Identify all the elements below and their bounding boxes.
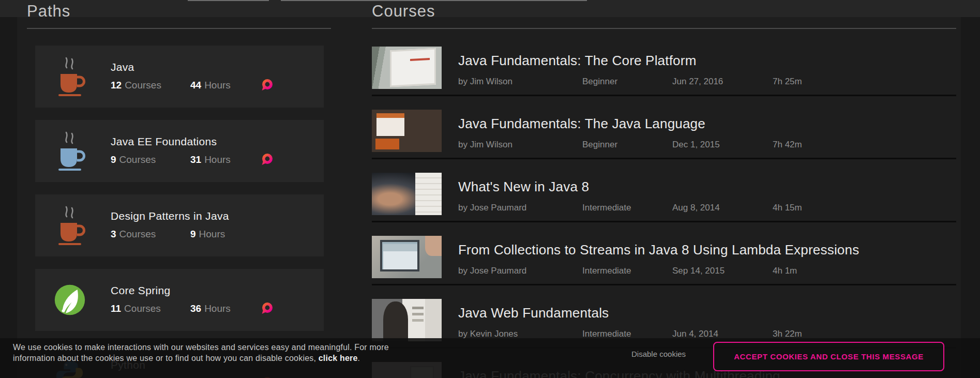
course-title[interactable]: What's New in Java 8	[458, 179, 589, 195]
course-duration: 7h 42m	[773, 140, 802, 150]
coffee-cup-icon	[54, 204, 86, 247]
path-title: Java EE Foundations	[111, 135, 324, 148]
courses-section-title: Courses	[372, 2, 435, 21]
cookie-banner: We use cookies to make interactions with…	[0, 338, 980, 378]
path-courses-label: Courses	[119, 154, 156, 165]
right-gutter	[961, 17, 980, 378]
path-courses-label: Courses	[124, 303, 161, 314]
course-date: Aug 8, 2014	[672, 203, 720, 213]
course-author: by Kevin Jones	[458, 329, 518, 339]
course-thumbnail[interactable]	[372, 47, 442, 89]
path-hours-count: 36	[190, 303, 201, 314]
path-hours-label: Hours	[204, 154, 231, 165]
paths-list: Java 12Courses 44Hours	[35, 46, 324, 378]
course-duration: 4h 15m	[773, 203, 802, 213]
course-date: Dec 1, 2015	[672, 140, 720, 150]
course-title[interactable]: Java Fundamentals: The Java Language	[458, 116, 705, 132]
path-card-java-ee[interactable]: Java EE Foundations 9Courses 31Hours	[35, 120, 324, 182]
path-title: Core Spring	[111, 284, 324, 297]
path-course-count: 3	[111, 229, 116, 239]
cropped-input-border	[188, 0, 269, 1]
course-level: Intermediate	[582, 329, 631, 339]
path-course-count: 9	[111, 154, 116, 165]
path-badge-icon	[261, 79, 273, 92]
path-hours-label: Hours	[204, 80, 231, 90]
course-row[interactable]: What's New in Java 8 by Jose Paumard Int…	[372, 159, 956, 222]
path-badge-icon	[261, 153, 273, 167]
path-courses-label: Courses	[119, 229, 156, 239]
path-title: Java	[111, 61, 324, 73]
spring-logo-icon	[54, 278, 86, 322]
course-author: by Jose Paumard	[458, 203, 526, 213]
paths-divider	[27, 28, 331, 29]
cropped-search-input-border	[281, 0, 587, 1]
cookie-message-line2: information about the cookies we use or …	[13, 353, 389, 364]
path-course-count: 11	[111, 303, 121, 314]
path-hours-count: 31	[190, 154, 201, 165]
course-level: Intermediate	[582, 266, 631, 276]
coffee-cup-icon	[54, 55, 86, 98]
cookie-message-line1: We use cookies to make interactions with…	[13, 342, 389, 353]
left-gutter	[0, 17, 17, 378]
course-title[interactable]: Java Fundamentals: The Core Platform	[458, 53, 697, 69]
course-title[interactable]: Java Web Fundamentals	[458, 305, 609, 321]
courses-list: Java Fundamentals: The Core Platform by …	[372, 33, 956, 378]
path-hours-count: 44	[190, 80, 201, 90]
path-hours-label: Hours	[199, 229, 225, 239]
course-row[interactable]: From Collections to Streams in Java 8 Us…	[372, 222, 956, 285]
disable-cookies-link[interactable]: Disable cookies	[631, 350, 686, 358]
header-bottom-strip	[0, 0, 980, 17]
search-results-page: Paths Java 12Courses 44Hours	[0, 0, 980, 378]
course-author: by Jim Wilson	[458, 77, 512, 86]
coffee-cup-icon	[54, 129, 86, 173]
course-date: Jun 27, 2016	[672, 77, 723, 87]
course-level: Beginner	[582, 77, 617, 87]
course-duration: 7h 25m	[773, 77, 802, 87]
course-author: by Jim Wilson	[458, 140, 512, 149]
course-author: by Jose Paumard	[458, 266, 526, 276]
course-title[interactable]: From Collections to Streams in Java 8 Us…	[458, 242, 859, 258]
path-card-java[interactable]: Java 12Courses 44Hours	[35, 46, 324, 108]
path-badge-icon	[261, 302, 273, 315]
path-card-design-patterns[interactable]: Design Patterns in Java 3Courses 9Hours	[35, 194, 324, 256]
course-thumbnail[interactable]	[372, 173, 442, 215]
course-thumbnail[interactable]	[372, 299, 442, 341]
course-duration: 3h 22m	[773, 329, 802, 339]
course-thumbnail[interactable]	[372, 110, 442, 152]
course-row[interactable]: Java Fundamentals: The Java Language by …	[372, 96, 956, 159]
accept-cookies-button[interactable]: ACCEPT COOKIES AND CLOSE THIS MESSAGE	[713, 342, 944, 371]
course-duration: 4h 1m	[773, 266, 797, 276]
path-card-core-spring[interactable]: Core Spring 11Courses 36Hours	[35, 269, 324, 331]
cookie-message: We use cookies to make interactions with…	[13, 342, 389, 364]
course-thumbnail[interactable]	[372, 236, 442, 278]
courses-divider	[372, 28, 956, 29]
course-level: Beginner	[582, 140, 617, 150]
path-hours-count: 9	[190, 229, 196, 239]
path-title: Design Patterns in Java	[111, 210, 324, 222]
path-courses-label: Courses	[125, 80, 161, 90]
course-date: Sep 14, 2015	[672, 266, 725, 276]
path-course-count: 12	[111, 80, 122, 90]
path-hours-label: Hours	[204, 303, 231, 314]
course-row[interactable]: Java Fundamentals: The Core Platform by …	[372, 33, 956, 96]
course-date: Jun 4, 2014	[672, 329, 718, 339]
paths-section-title: Paths	[27, 2, 70, 21]
course-level: Intermediate	[582, 203, 631, 213]
click-here-link[interactable]: click here	[319, 354, 358, 362]
